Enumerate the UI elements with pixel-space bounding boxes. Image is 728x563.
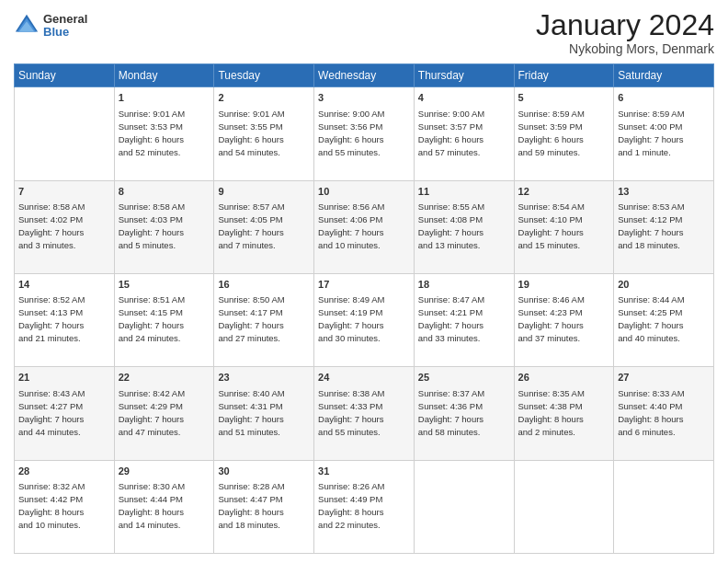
day-number: 28: [18, 465, 110, 478]
week-row-2: 7Sunrise: 8:58 AM Sunset: 4:02 PM Daylig…: [15, 180, 714, 273]
day-number: 23: [218, 371, 310, 385]
calendar-cell: [15, 87, 115, 180]
logo-blue: Blue: [43, 26, 87, 39]
calendar-cell: 29Sunrise: 8:30 AM Sunset: 4:44 PM Dayli…: [114, 460, 214, 553]
day-header-wednesday: Wednesday: [314, 64, 415, 87]
day-number: 6: [618, 91, 710, 105]
calendar-cell: 21Sunrise: 8:43 AM Sunset: 4:27 PM Dayli…: [15, 367, 115, 460]
calendar-cell: 28Sunrise: 8:32 AM Sunset: 4:42 PM Dayli…: [15, 460, 115, 553]
day-info: Sunrise: 8:26 AM Sunset: 4:49 PM Dayligh…: [318, 481, 384, 530]
calendar-cell: 18Sunrise: 8:47 AM Sunset: 4:21 PM Dayli…: [414, 273, 514, 366]
day-number: 5: [518, 91, 610, 105]
calendar-cell: 5Sunrise: 8:59 AM Sunset: 3:59 PM Daylig…: [514, 87, 614, 180]
day-header-thursday: Thursday: [414, 64, 514, 87]
day-info: Sunrise: 8:30 AM Sunset: 4:44 PM Dayligh…: [119, 481, 185, 530]
day-number: 26: [518, 371, 610, 385]
day-number: 18: [418, 278, 510, 292]
calendar-cell: 19Sunrise: 8:46 AM Sunset: 4:23 PM Dayli…: [514, 273, 614, 366]
page: General Blue January 2024 Nykobing Mors,…: [0, 0, 728, 563]
calendar-cell: 2Sunrise: 9:01 AM Sunset: 3:55 PM Daylig…: [214, 87, 314, 180]
day-number: 24: [318, 371, 410, 385]
header-row: SundayMondayTuesdayWednesdayThursdayFrid…: [15, 64, 714, 87]
day-info: Sunrise: 8:35 AM Sunset: 4:38 PM Dayligh…: [518, 388, 585, 437]
day-info: Sunrise: 8:37 AM Sunset: 4:36 PM Dayligh…: [418, 388, 484, 437]
day-header-monday: Monday: [114, 64, 214, 87]
calendar-cell: 8Sunrise: 8:58 AM Sunset: 4:03 PM Daylig…: [114, 180, 214, 273]
day-info: Sunrise: 8:42 AM Sunset: 4:29 PM Dayligh…: [119, 388, 185, 437]
calendar-cell: 10Sunrise: 8:56 AM Sunset: 4:06 PM Dayli…: [314, 180, 415, 273]
day-number: 19: [518, 278, 610, 292]
day-info: Sunrise: 8:52 AM Sunset: 4:13 PM Dayligh…: [18, 294, 85, 343]
day-info: Sunrise: 9:00 AM Sunset: 3:57 PM Dayligh…: [418, 109, 484, 157]
title-block: January 2024 Nykobing Mors, Denmark: [536, 9, 714, 56]
day-header-friday: Friday: [514, 64, 614, 87]
day-info: Sunrise: 8:43 AM Sunset: 4:27 PM Dayligh…: [18, 388, 85, 437]
calendar-cell: [514, 460, 614, 553]
day-info: Sunrise: 9:00 AM Sunset: 3:56 PM Dayligh…: [318, 109, 384, 157]
day-number: 17: [318, 278, 410, 292]
day-number: 29: [119, 465, 210, 478]
location: Nykobing Mors, Denmark: [536, 41, 714, 56]
day-number: 13: [618, 185, 710, 199]
day-number: 30: [218, 465, 310, 478]
day-number: 10: [318, 185, 410, 199]
day-number: 9: [218, 185, 310, 199]
day-number: 20: [618, 278, 710, 292]
calendar-cell: 22Sunrise: 8:42 AM Sunset: 4:29 PM Dayli…: [114, 367, 214, 460]
calendar-table: SundayMondayTuesdayWednesdayThursdayFrid…: [14, 63, 714, 554]
calendar-cell: 15Sunrise: 8:51 AM Sunset: 4:15 PM Dayli…: [114, 273, 214, 366]
calendar-cell: 27Sunrise: 8:33 AM Sunset: 4:40 PM Dayli…: [614, 367, 714, 460]
calendar-cell: 23Sunrise: 8:40 AM Sunset: 4:31 PM Dayli…: [214, 367, 314, 460]
day-number: 11: [418, 185, 510, 199]
day-info: Sunrise: 8:40 AM Sunset: 4:31 PM Dayligh…: [218, 388, 284, 437]
calendar-cell: 6Sunrise: 8:59 AM Sunset: 4:00 PM Daylig…: [614, 87, 714, 180]
day-info: Sunrise: 8:47 AM Sunset: 4:21 PM Dayligh…: [418, 294, 484, 343]
calendar-cell: 12Sunrise: 8:54 AM Sunset: 4:10 PM Dayli…: [514, 180, 614, 273]
calendar-cell: 30Sunrise: 8:28 AM Sunset: 4:47 PM Dayli…: [214, 460, 314, 553]
calendar-cell: 24Sunrise: 8:38 AM Sunset: 4:33 PM Dayli…: [314, 367, 415, 460]
day-number: 8: [119, 185, 210, 199]
logo: General Blue: [14, 13, 87, 40]
day-info: Sunrise: 8:38 AM Sunset: 4:33 PM Dayligh…: [318, 388, 384, 437]
day-number: 27: [618, 371, 710, 385]
day-number: 4: [418, 91, 510, 105]
calendar-cell: 9Sunrise: 8:57 AM Sunset: 4:05 PM Daylig…: [214, 180, 314, 273]
day-number: 25: [418, 371, 510, 385]
day-info: Sunrise: 8:54 AM Sunset: 4:10 PM Dayligh…: [518, 201, 585, 250]
week-row-4: 21Sunrise: 8:43 AM Sunset: 4:27 PM Dayli…: [15, 367, 714, 460]
day-info: Sunrise: 8:59 AM Sunset: 3:59 PM Dayligh…: [518, 109, 585, 157]
logo-text: General Blue: [43, 13, 87, 40]
day-number: 15: [119, 278, 210, 292]
calendar-cell: 14Sunrise: 8:52 AM Sunset: 4:13 PM Dayli…: [15, 273, 115, 366]
day-info: Sunrise: 9:01 AM Sunset: 3:53 PM Dayligh…: [119, 109, 185, 157]
day-header-tuesday: Tuesday: [214, 64, 314, 87]
header: General Blue January 2024 Nykobing Mors,…: [14, 9, 714, 56]
calendar-cell: 11Sunrise: 8:55 AM Sunset: 4:08 PM Dayli…: [414, 180, 514, 273]
day-info: Sunrise: 8:28 AM Sunset: 4:47 PM Dayligh…: [218, 481, 284, 530]
day-number: 12: [518, 185, 610, 199]
day-number: 16: [218, 278, 310, 292]
week-row-1: 1Sunrise: 9:01 AM Sunset: 3:53 PM Daylig…: [15, 87, 714, 180]
day-info: Sunrise: 8:58 AM Sunset: 4:03 PM Dayligh…: [119, 201, 185, 250]
day-info: Sunrise: 8:50 AM Sunset: 4:17 PM Dayligh…: [218, 294, 284, 343]
week-row-3: 14Sunrise: 8:52 AM Sunset: 4:13 PM Dayli…: [15, 273, 714, 366]
calendar-cell: 3Sunrise: 9:00 AM Sunset: 3:56 PM Daylig…: [314, 87, 415, 180]
week-row-5: 28Sunrise: 8:32 AM Sunset: 4:42 PM Dayli…: [15, 460, 714, 553]
month-title: January 2024: [536, 9, 714, 41]
day-info: Sunrise: 8:55 AM Sunset: 4:08 PM Dayligh…: [418, 201, 484, 250]
day-number: 1: [119, 91, 210, 105]
day-info: Sunrise: 9:01 AM Sunset: 3:55 PM Dayligh…: [218, 109, 284, 157]
calendar-cell: 25Sunrise: 8:37 AM Sunset: 4:36 PM Dayli…: [414, 367, 514, 460]
day-header-sunday: Sunday: [15, 64, 115, 87]
day-number: 21: [18, 371, 110, 385]
logo-icon: [14, 13, 40, 39]
day-info: Sunrise: 8:53 AM Sunset: 4:12 PM Dayligh…: [618, 201, 684, 250]
day-info: Sunrise: 8:46 AM Sunset: 4:23 PM Dayligh…: [518, 294, 585, 343]
calendar-cell: 16Sunrise: 8:50 AM Sunset: 4:17 PM Dayli…: [214, 273, 314, 366]
calendar-cell: [614, 460, 714, 553]
calendar-cell: 26Sunrise: 8:35 AM Sunset: 4:38 PM Dayli…: [514, 367, 614, 460]
day-info: Sunrise: 8:56 AM Sunset: 4:06 PM Dayligh…: [318, 201, 384, 250]
day-number: 7: [18, 185, 110, 199]
day-header-saturday: Saturday: [614, 64, 714, 87]
day-info: Sunrise: 8:59 AM Sunset: 4:00 PM Dayligh…: [618, 109, 684, 157]
